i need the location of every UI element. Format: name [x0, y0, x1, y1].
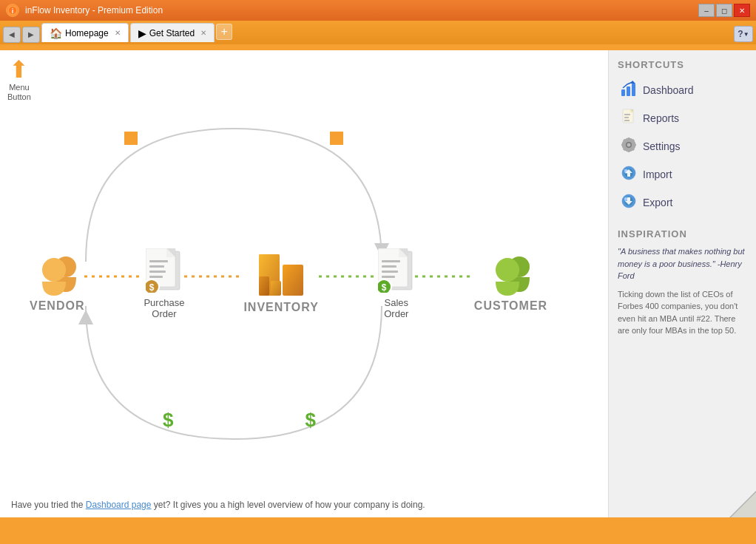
title-controls: – ◻ ✕: [698, 4, 750, 17]
customer-item: CUSTOMER: [474, 255, 547, 313]
bottom-bar: [0, 517, 756, 544]
shortcuts-title: SHORTCUTS: [618, 59, 747, 70]
dollar-bottom-right: $: [306, 409, 316, 432]
reports-icon: [621, 109, 637, 128]
title-bar-left: i inFlow Inventory - Premium Edition: [6, 4, 163, 17]
customer-label: CUSTOMER: [474, 299, 547, 313]
svg-rect-29: [382, 265, 396, 268]
tab-bar-left: ◀ ▶ 🏠 Homepage ✕ ▶ Get Started ✕ +: [3, 21, 232, 44]
folded-corner-inner: [731, 492, 756, 517]
svg-rect-21: [259, 276, 269, 296]
tab-bar-right: ?▼: [734, 26, 753, 44]
svg-rect-38: [627, 86, 630, 96]
menu-arrow-icon: ⬆: [9, 58, 29, 81]
svg-rect-46: [624, 120, 630, 121]
title-bar: i inFlow Inventory - Premium Edition – ◻…: [0, 0, 756, 21]
svg-rect-50: [628, 137, 630, 140]
inventory-icon: [259, 254, 303, 295]
tab-get-started[interactable]: ▶ Get Started ✕: [130, 23, 215, 42]
settings-icon: [621, 137, 637, 156]
content-area: ⬆ Menu Button: [0, 50, 608, 517]
svg-rect-13: [149, 271, 166, 273]
svg-rect-51: [628, 149, 630, 152]
svg-point-5: [42, 258, 66, 282]
tab-homepage-close[interactable]: ✕: [115, 29, 121, 37]
window-title: inFlow Inventory - Premium Edition: [25, 5, 163, 16]
shortcut-dashboard[interactable]: Dashboard: [618, 76, 747, 104]
svg-rect-45: [624, 117, 629, 118]
inventory-item: INVENTORY: [243, 254, 318, 314]
app-logo: i: [6, 4, 19, 17]
close-button[interactable]: ✕: [734, 4, 750, 17]
import-icon: [621, 165, 637, 184]
svg-point-49: [627, 143, 631, 147]
bottom-text-suffix: yet? It gives you a high level overview …: [151, 500, 425, 510]
sales-order-label: Sales Order: [378, 297, 415, 319]
shortcut-export[interactable]: Export: [618, 188, 747, 217]
items-row: VENDOR: [22, 248, 445, 319]
tab-bar: ◀ ▶ 🏠 Homepage ✕ ▶ Get Started ✕ + ?▼: [0, 21, 756, 44]
svg-rect-14: [149, 276, 163, 278]
purchase-order-label: Purchase Order: [144, 297, 184, 319]
workflow-container: $ $: [22, 121, 445, 446]
svg-rect-44: [624, 114, 630, 115]
svg-marker-40: [630, 81, 635, 84]
minimize-button[interactable]: –: [698, 4, 715, 17]
orange-square-top-right: [330, 132, 343, 145]
svg-text:i: i: [12, 7, 14, 15]
home-icon: 🏠: [50, 27, 62, 39]
workflow-diagram: $ $: [22, 109, 445, 458]
svg-rect-30: [382, 271, 398, 273]
svg-rect-53: [633, 144, 636, 146]
svg-rect-22: [271, 281, 281, 296]
inspiration-title: INSPIRATION: [618, 228, 747, 239]
inventory-label: INVENTORY: [243, 301, 318, 314]
nav-back-button[interactable]: ◀: [3, 27, 21, 43]
svg-rect-12: [149, 265, 164, 268]
bottom-text: Have you tried the Dashboard page yet? I…: [11, 500, 442, 510]
inspiration-text: Ticking down the list of CEOs of Forbes …: [618, 288, 747, 337]
shortcut-export-label: Export: [643, 197, 672, 208]
svg-rect-20: [283, 265, 303, 296]
svg-point-66: [624, 197, 627, 200]
svg-point-36: [496, 258, 519, 282]
shortcut-import-label: Import: [643, 169, 672, 180]
play-icon: ▶: [138, 27, 146, 39]
customer-icon: [488, 255, 533, 293]
vendor-item: VENDOR: [30, 255, 84, 313]
main-area: ⬆ Menu Button: [0, 50, 756, 517]
dollar-bottom-left: $: [163, 409, 173, 432]
nav-forward-button[interactable]: ▶: [22, 27, 40, 43]
vendor-label: VENDOR: [30, 299, 84, 313]
svg-rect-52: [621, 144, 624, 146]
shortcut-settings[interactable]: Settings: [618, 132, 747, 160]
svg-rect-31: [382, 276, 395, 278]
help-button[interactable]: ?▼: [734, 26, 753, 42]
purchase-order-icon: $: [146, 248, 183, 291]
export-icon: [621, 193, 637, 212]
dashboard-link[interactable]: Dashboard page: [86, 500, 152, 510]
svg-rect-39: [632, 84, 635, 96]
menu-button[interactable]: ⬆ Menu Button: [7, 58, 31, 102]
tab-homepage[interactable]: 🏠 Homepage ✕: [41, 23, 129, 42]
sales-order-icon: $: [378, 248, 415, 291]
shortcut-reports[interactable]: Reports: [618, 104, 747, 132]
restore-button[interactable]: ◻: [716, 4, 732, 17]
svg-rect-11: [149, 260, 168, 262]
shortcut-import[interactable]: Import: [618, 160, 747, 188]
new-tab-button[interactable]: +: [216, 24, 232, 40]
tab-get-started-label: Get Started: [149, 28, 195, 38]
tab-homepage-label: Homepage: [65, 28, 109, 38]
tab-get-started-close[interactable]: ✕: [200, 29, 206, 37]
svg-text:$: $: [382, 282, 387, 293]
orange-square-top-left: [124, 132, 138, 145]
shortcut-reports-label: Reports: [643, 112, 679, 124]
orange-stripe: [0, 44, 756, 50]
svg-text:$: $: [149, 282, 155, 293]
inspiration-quote: "A business that makes nothing but money…: [618, 245, 747, 282]
sales-order-item: $ Sales Order: [378, 248, 415, 319]
bottom-text-prefix: Have you tried the: [11, 500, 86, 510]
right-sidebar: SHORTCUTS Dashboard: [608, 50, 756, 517]
dashboard-icon: [621, 81, 637, 100]
menu-button-label: Menu Button: [7, 83, 31, 102]
